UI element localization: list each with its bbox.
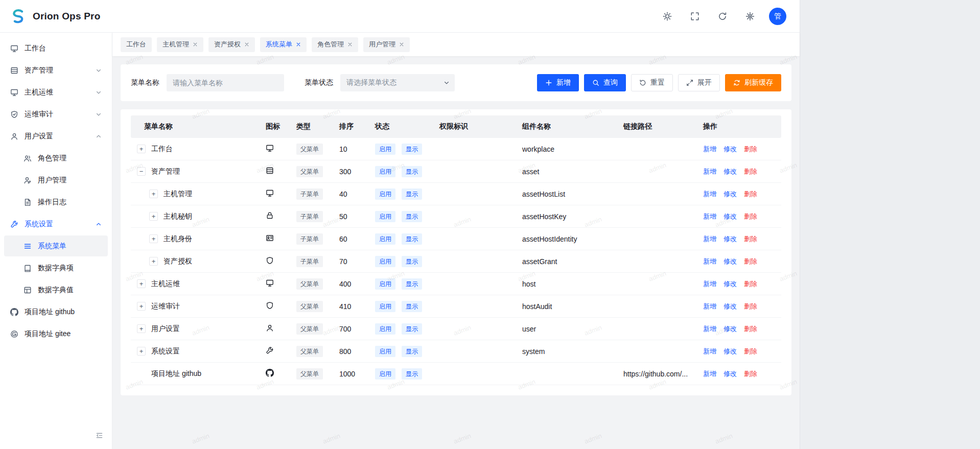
menu-icon-cell	[266, 211, 296, 221]
row-add-link[interactable]: 新增	[703, 302, 716, 311]
row-add-link[interactable]: 新增	[703, 212, 716, 221]
menu-type-cell: 父菜单	[296, 368, 339, 380]
expand-toggle[interactable]: +	[137, 324, 146, 333]
row-add-link[interactable]: 新增	[703, 234, 716, 244]
host-icon	[10, 88, 18, 97]
sidebar-item-dict-value[interactable]: 数据字典值	[4, 279, 108, 300]
search-icon	[592, 79, 599, 86]
tab-close-icon[interactable]	[399, 42, 404, 47]
expand-toggle[interactable]: +	[137, 145, 146, 153]
sidebar-item-ops-audit[interactable]: 运维审计	[4, 104, 108, 125]
query-button[interactable]: 查询	[584, 74, 626, 91]
row-add-link[interactable]: 新增	[703, 279, 716, 289]
sidebar-item-user-management[interactable]: 用户管理	[4, 170, 108, 191]
status-cell: 启用显示	[375, 256, 439, 267]
menu-type-cell: 子菜单	[296, 256, 339, 267]
row-delete-link[interactable]: 删除	[744, 347, 757, 356]
row-edit-link[interactable]: 修改	[724, 167, 737, 176]
tab-close-icon[interactable]	[244, 42, 249, 47]
row-delete-link[interactable]: 删除	[744, 257, 757, 266]
sidebar-item-host-ops[interactable]: 主机运维	[4, 82, 108, 103]
expand-toggle[interactable]: +	[137, 347, 146, 356]
sidebar-item-project-github[interactable]: 项目地址 github	[4, 301, 108, 322]
sort-cell: 40	[339, 190, 375, 198]
tab-close-icon[interactable]	[193, 42, 198, 47]
row-edit-link[interactable]: 修改	[724, 369, 737, 379]
tab-close-icon[interactable]	[296, 42, 301, 47]
theme-button[interactable]	[659, 8, 676, 25]
menu-status-select[interactable]: 请选择菜单状态	[340, 74, 455, 91]
fullscreen-button[interactable]	[686, 8, 704, 25]
expand-button[interactable]: 展开	[678, 74, 720, 91]
expand-toggle[interactable]: +	[149, 257, 158, 266]
sidebar-item-asset-management[interactable]: 资产管理	[4, 60, 108, 81]
sort-cell: 1000	[339, 370, 375, 378]
sidebar-item-dict-item[interactable]: 数据字典项	[4, 257, 108, 278]
expand-toggle[interactable]: +	[149, 212, 158, 221]
sidebar-item-project-gitee[interactable]: 项目地址 gitee	[4, 323, 108, 344]
expand-toggle[interactable]: +	[149, 190, 158, 198]
row-edit-link[interactable]: 修改	[724, 302, 737, 311]
chevron-up-icon	[96, 221, 102, 227]
reset-button[interactable]: 重置	[631, 74, 673, 91]
row-add-link[interactable]: 新增	[703, 257, 716, 266]
row-edit-link[interactable]: 修改	[724, 145, 737, 154]
tab-role-management[interactable]: 角色管理	[312, 37, 358, 52]
tab-asset-grant[interactable]: 资产授权	[208, 37, 255, 52]
row-edit-link[interactable]: 修改	[724, 212, 737, 221]
row-delete-link[interactable]: 删除	[744, 279, 757, 289]
row-delete-link[interactable]: 删除	[744, 145, 757, 154]
gitee-icon	[10, 330, 18, 338]
status-tag: 启用	[375, 301, 395, 312]
refresh-cache-button[interactable]: 刷新缓存	[725, 74, 781, 91]
brand: Orion Ops Pro	[9, 7, 100, 26]
row-add-link[interactable]: 新增	[703, 347, 716, 356]
row-edit-link[interactable]: 修改	[724, 190, 737, 199]
sidebar-collapse-button[interactable]	[92, 429, 106, 442]
row-edit-link[interactable]: 修改	[724, 347, 737, 356]
tab-workbench[interactable]: 工作台	[121, 37, 152, 52]
sidebar-item-role-management[interactable]: 角色管理	[4, 148, 108, 169]
refresh-button[interactable]	[714, 8, 731, 25]
row-delete-link[interactable]: 删除	[744, 234, 757, 244]
expand-toggle[interactable]: +	[137, 279, 146, 288]
row-delete-link[interactable]: 删除	[744, 369, 757, 379]
tab-user-management[interactable]: 用户管理	[363, 37, 410, 52]
sidebar-item-user-settings[interactable]: 用户设置	[4, 126, 108, 147]
row-add-link[interactable]: 新增	[703, 167, 716, 176]
status-tag: 显示	[402, 256, 422, 267]
sidebar-item-system-menu[interactable]: 系统菜单	[4, 235, 108, 256]
row-actions: 新增修改删除	[703, 279, 781, 289]
tab-system-menu[interactable]: 系统菜单	[260, 37, 307, 52]
user-avatar[interactable]: 管	[769, 8, 786, 25]
expand-toggle[interactable]: −	[137, 167, 146, 176]
type-tag: 父菜单	[296, 368, 323, 380]
row-edit-link[interactable]: 修改	[724, 279, 737, 289]
row-edit-link[interactable]: 修改	[724, 234, 737, 244]
settings-button[interactable]	[741, 8, 759, 25]
row-add-link[interactable]: 新增	[703, 369, 716, 379]
expand-toggle[interactable]: +	[149, 234, 158, 243]
sidebar-item-system-settings[interactable]: 系统设置	[4, 214, 108, 234]
menu-name: 主机管理	[164, 190, 192, 199]
tab-host-management[interactable]: 主机管理	[157, 37, 203, 52]
add-button[interactable]: 新增	[537, 74, 579, 91]
row-edit-link[interactable]: 修改	[724, 257, 737, 266]
row-delete-link[interactable]: 删除	[744, 324, 757, 334]
expand-toggle[interactable]: +	[137, 302, 146, 311]
row-delete-link[interactable]: 删除	[744, 302, 757, 311]
row-delete-link[interactable]: 删除	[744, 167, 757, 176]
row-delete-link[interactable]: 删除	[744, 190, 757, 199]
row-delete-link[interactable]: 删除	[744, 212, 757, 221]
row-edit-link[interactable]: 修改	[724, 324, 737, 334]
row-add-link[interactable]: 新增	[703, 324, 716, 334]
status-tag: 启用	[375, 256, 395, 267]
row-add-link[interactable]: 新增	[703, 190, 716, 199]
sidebar-item-workbench[interactable]: 工作台	[4, 38, 108, 59]
tab-close-icon[interactable]	[347, 42, 353, 47]
component-cell: assetGrant	[522, 257, 623, 266]
menu-name-input[interactable]	[167, 74, 284, 91]
sidebar-item-operation-log[interactable]: 操作日志	[4, 192, 108, 212]
row-actions: 新增修改删除	[703, 347, 781, 356]
row-add-link[interactable]: 新增	[703, 145, 716, 154]
